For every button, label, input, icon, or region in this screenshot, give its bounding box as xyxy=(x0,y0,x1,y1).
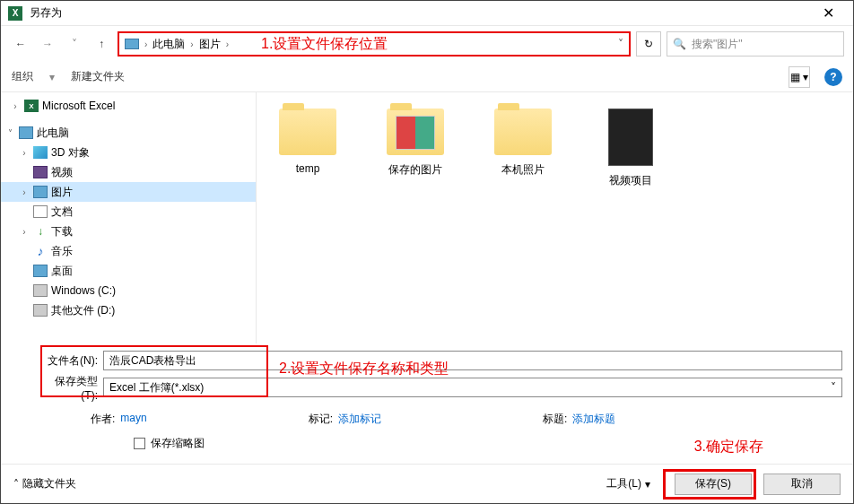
document-icon xyxy=(33,205,48,218)
filetype-label: 保存类型(T): xyxy=(40,374,103,402)
up-arrow-button[interactable]: ↑ xyxy=(91,33,112,55)
sidebar-item-label: 此电脑 xyxy=(37,126,69,141)
button-bar: ˄ 隐藏文件夹 工具(L) ▾ 保存(S) 取消 xyxy=(1,464,853,503)
pc-icon xyxy=(19,126,33,139)
tags-value[interactable]: 添加标记 xyxy=(338,412,381,427)
breadcrumb-folder[interactable]: 图片 xyxy=(199,37,221,52)
chevron-down-icon: ▾ xyxy=(645,478,650,491)
folder-icon xyxy=(387,109,444,155)
desktop-icon xyxy=(33,265,48,277)
sidebar-item-label: Windows (C:) xyxy=(51,284,116,297)
cube-icon xyxy=(33,146,48,159)
folder-saved-pictures[interactable]: 保存的图片 xyxy=(375,109,456,178)
search-input[interactable]: 🔍 搜索"图片" xyxy=(667,31,844,56)
sidebar-item-label: Microsoft Excel xyxy=(42,100,115,112)
annotation-2: 2.设置文件保存名称和类型 xyxy=(279,360,449,378)
chevron-down-icon: ˅ xyxy=(831,381,836,394)
filename-input[interactable] xyxy=(103,351,842,370)
author-value[interactable]: mayn xyxy=(120,412,146,427)
sidebar-item-downloads[interactable]: ›↓ 下载 xyxy=(1,222,256,241)
cancel-label: 取消 xyxy=(791,476,813,491)
close-button[interactable]: ✕ xyxy=(810,4,846,22)
save-label: 保存(S) xyxy=(695,476,731,491)
save-button[interactable]: 保存(S) xyxy=(675,474,752,495)
save-form: 文件名(N): 保存类型(T): Excel 工作簿(*.xlsx) ˅ 2.设… xyxy=(1,343,853,399)
folder-camera-roll[interactable]: 本机照片 xyxy=(483,109,563,178)
sidebar-item-3d[interactable]: › 3D 对象 xyxy=(1,143,256,162)
sidebar-item-pc[interactable]: ˅ 此电脑 xyxy=(1,123,256,143)
metadata-row: 作者: mayn 标记: 添加标记 标题: 添加标题 xyxy=(1,403,853,430)
search-placeholder: 搜索"图片" xyxy=(692,37,743,52)
up-button[interactable]: ˅ xyxy=(64,33,85,55)
folder-icon xyxy=(279,109,336,155)
sidebar-item-label: 桌面 xyxy=(51,264,73,279)
main-area: ›X Microsoft Excel ˅ 此电脑 › 3D 对象 视频 › 图片… xyxy=(1,92,853,343)
tags-label: 标记: xyxy=(309,412,333,427)
search-icon: 🔍 xyxy=(673,38,686,50)
sidebar-item-desktop[interactable]: 桌面 xyxy=(1,261,256,281)
sidebar-item-excel[interactable]: ›X Microsoft Excel xyxy=(1,96,256,116)
sidebar: ›X Microsoft Excel ˅ 此电脑 › 3D 对象 视频 › 图片… xyxy=(1,92,257,343)
folder-temp[interactable]: temp xyxy=(267,109,348,175)
forward-button[interactable]: → xyxy=(37,33,58,55)
excel-app-icon: X xyxy=(8,6,22,21)
save-thumbnail-checkbox[interactable] xyxy=(134,438,145,449)
filename-label: 文件名(N): xyxy=(40,353,103,369)
author-label: 作者: xyxy=(91,412,115,427)
sidebar-item-documents[interactable]: 文档 xyxy=(1,202,256,222)
sidebar-item-label: 3D 对象 xyxy=(51,145,90,161)
tools-menu[interactable]: 工具(L) ▾ xyxy=(606,476,650,491)
filetype-select[interactable]: Excel 工作簿(*.xlsx) ˅ xyxy=(103,378,842,397)
window-title: 另存为 xyxy=(30,5,810,21)
folder-icon xyxy=(494,109,552,155)
file-list: temp 保存的图片 本机照片 视频项目 xyxy=(257,92,853,343)
annotation-box-3: 保存(S) xyxy=(663,469,756,500)
music-icon: ♪ xyxy=(33,245,48,257)
sidebar-item-ddrive[interactable]: 其他文件 (D:) xyxy=(1,300,256,320)
picture-icon xyxy=(33,186,48,198)
breadcrumb-root[interactable]: 此电脑 xyxy=(152,37,185,52)
file-label: temp xyxy=(296,162,320,175)
sidebar-item-label: 图片 xyxy=(51,185,73,200)
sidebar-item-label: 视频 xyxy=(51,165,73,180)
annotation-3: 3.确定保存 xyxy=(694,438,763,456)
titlebar: X 另存为 ✕ xyxy=(1,1,853,26)
sidebar-item-label: 其他文件 (D:) xyxy=(51,303,115,318)
chevron-right-icon: › xyxy=(190,39,193,49)
folder-video-projects[interactable]: 视频项目 xyxy=(590,109,671,188)
cancel-button[interactable]: 取消 xyxy=(763,474,841,495)
chevron-up-icon: ˄ xyxy=(13,478,19,491)
refresh-button[interactable]: ↻ xyxy=(636,31,661,56)
title-value[interactable]: 添加标题 xyxy=(572,412,615,427)
chevron-right-icon: › xyxy=(226,39,229,49)
sidebar-item-music[interactable]: ♪ 音乐 xyxy=(1,241,256,261)
sidebar-item-video[interactable]: 视频 xyxy=(1,162,256,182)
annotation-1: 1.设置文件保存位置 xyxy=(261,35,388,54)
help-button[interactable]: ? xyxy=(824,68,842,86)
sidebar-item-label: 音乐 xyxy=(51,244,73,259)
tools-label: 工具(L) xyxy=(606,476,641,491)
file-label: 视频项目 xyxy=(609,173,652,188)
title-label: 标题: xyxy=(543,412,567,427)
hide-folders-button[interactable]: ˄ 隐藏文件夹 xyxy=(13,476,76,491)
view-mode-button[interactable]: ▦ ▾ xyxy=(789,66,810,88)
file-label: 本机照片 xyxy=(501,162,545,178)
new-folder-button[interactable]: 新建文件夹 xyxy=(71,69,125,84)
film-icon xyxy=(33,166,48,178)
drive-icon xyxy=(33,284,48,297)
hide-folders-label: 隐藏文件夹 xyxy=(22,476,76,491)
organize-menu[interactable]: 组织 xyxy=(12,69,33,84)
toolbar: 组织 ▾ 新建文件夹 ▦ ▾ ? xyxy=(1,62,853,92)
sidebar-item-cdrive[interactable]: Windows (C:) xyxy=(1,281,256,300)
save-thumbnail-label: 保存缩略图 xyxy=(151,436,205,451)
back-button[interactable]: ← xyxy=(10,33,31,55)
drive-icon xyxy=(33,304,48,317)
sidebar-item-label: 文档 xyxy=(51,204,73,220)
sidebar-item-pictures[interactable]: › 图片 xyxy=(1,182,256,202)
sidebar-item-label: 下载 xyxy=(51,224,73,239)
download-icon: ↓ xyxy=(33,225,48,238)
dropdown-icon[interactable]: ˅ xyxy=(618,38,623,50)
filetype-value: Excel 工作簿(*.xlsx) xyxy=(109,380,204,395)
chevron-right-icon: › xyxy=(144,39,147,49)
navbar: ← → ˅ ↑ › 此电脑 › 图片 › ˅ ↻ 🔍 搜索"图片" xyxy=(1,26,853,62)
